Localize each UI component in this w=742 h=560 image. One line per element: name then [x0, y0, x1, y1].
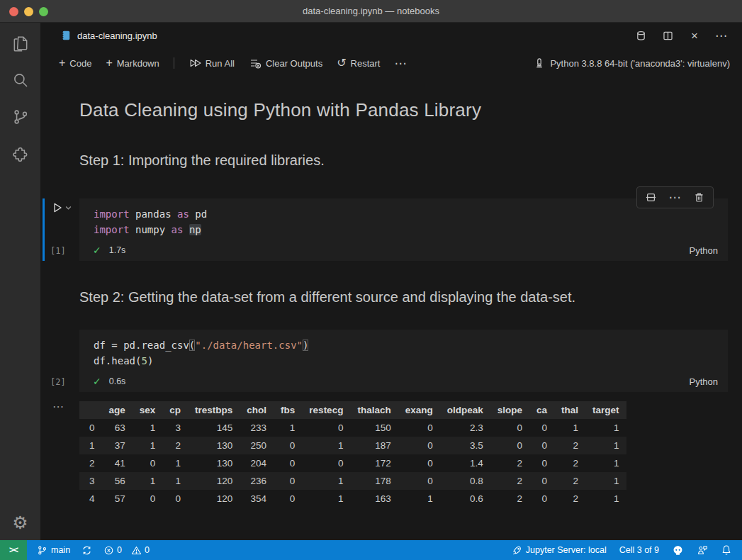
table-cell: 236: [240, 472, 274, 490]
plus-icon: +: [59, 57, 65, 69]
tab-data-cleaning[interactable]: data-cleaning.ipynb: [60, 30, 157, 41]
table-cell: 0: [133, 490, 163, 508]
titlebar: data-cleaning.ipynb — notebooks: [0, 0, 742, 23]
table-cell: 0: [162, 490, 188, 508]
table-cell: 0: [274, 454, 302, 472]
table-cell: 0: [529, 419, 554, 437]
code-editor[interactable]: df = pd.read_csv("./data/heart.csv")df.h…: [79, 330, 728, 371]
markdown-step1: Step 1: Importing the required libraries…: [79, 152, 728, 169]
toolbar-more-actions-icon[interactable]: ⋯: [388, 55, 412, 72]
cell-status-bar: ✓ 0.6s Python: [79, 371, 728, 392]
close-tab-icon[interactable]: ×: [688, 29, 701, 42]
table-cell: 1: [554, 419, 585, 437]
table-cell: 1.4: [440, 454, 490, 472]
table-cell: 2: [554, 490, 585, 508]
markdown-title: Data Cleaning using Python with Pandas L…: [79, 99, 728, 121]
table-cell: 4: [79, 490, 102, 508]
kernel-picker[interactable]: Python 3.8.8 64-bit ('anaconda3': virtua…: [534, 57, 730, 69]
sync-icon: [81, 545, 92, 556]
feedback-icon[interactable]: [697, 544, 708, 556]
table-row: 356111202360117800.82021: [79, 472, 626, 490]
jupyter-server-item[interactable]: Jupyter Server: local: [512, 545, 607, 556]
problems-item[interactable]: 0 0: [103, 545, 150, 556]
sync-button[interactable]: [81, 545, 92, 556]
table-cell: 63: [102, 419, 133, 437]
activity-bar: ⚙: [0, 23, 40, 540]
vscode-window: data-cleaning.ipynb — notebooks: [0, 0, 742, 560]
table-cell: 145: [188, 419, 240, 437]
table-cell: 0: [398, 437, 440, 454]
code-line[interactable]: df.head(5): [94, 353, 728, 369]
cell-toolbar: ⋯: [636, 186, 714, 208]
restart-label: Restart: [351, 58, 381, 69]
table-header-cell: exang: [398, 401, 440, 419]
close-window-button[interactable]: [9, 7, 18, 16]
warning-icon: [131, 545, 142, 556]
split-cell-icon[interactable]: [645, 191, 657, 203]
notebook-icon: [60, 30, 72, 41]
table-cell: 1: [274, 419, 302, 437]
notifications-bell-icon[interactable]: [721, 544, 732, 556]
chevron-down-icon: [65, 205, 72, 211]
restart-icon: ↺: [337, 57, 346, 69]
table-cell: 2: [490, 472, 529, 490]
source-control-icon[interactable]: [11, 108, 30, 126]
git-branch-item[interactable]: main: [37, 545, 70, 556]
table-cell: 0: [490, 437, 529, 454]
table-cell: 0.8: [440, 472, 490, 490]
code-line[interactable]: df = pd.read_csv("./data/heart.csv"): [94, 337, 728, 353]
variables-view-icon[interactable]: [634, 29, 647, 42]
table-cell: 204: [240, 454, 274, 472]
settings-gear-icon[interactable]: ⚙: [11, 513, 30, 532]
error-count: 0: [117, 545, 122, 555]
table-cell: 354: [240, 490, 274, 508]
cell-language[interactable]: Python: [690, 245, 718, 256]
code-line[interactable]: import pandas as pd: [94, 206, 728, 222]
cell-position-indicator[interactable]: Cell 3 of 9: [619, 545, 659, 555]
add-markdown-cell-button[interactable]: + Markdown: [100, 55, 164, 72]
table-cell: 2: [554, 454, 585, 472]
search-icon[interactable]: [11, 71, 30, 89]
add-code-label: Code: [69, 58, 91, 69]
restart-button[interactable]: ↺ Restart: [331, 55, 386, 72]
clear-outputs-button[interactable]: Clear Outputs: [243, 54, 328, 72]
table-cell: 0: [302, 454, 350, 472]
table-cell: 0: [274, 490, 302, 508]
notebook-toolbar: + Code + Markdown Run All: [40, 48, 742, 78]
cell-output: ⋯ agesexcptrestbpscholfbsrestecgthalache…: [40, 401, 728, 508]
code-token: ): [303, 340, 308, 351]
cell-editor: import pandas as pdimport numpy as np ✓ …: [79, 198, 728, 261]
code-token: "./data/heart.csv": [195, 340, 303, 351]
table-cell: 1: [585, 454, 626, 472]
table-cell: 0.6: [440, 490, 490, 508]
copilot-status-icon[interactable]: [672, 544, 684, 556]
table-cell: 0: [274, 437, 302, 454]
table-cell: 120: [188, 472, 240, 490]
remote-indicator[interactable]: ><: [0, 540, 27, 560]
minimize-window-button[interactable]: [24, 7, 33, 16]
table-cell: 2: [554, 437, 585, 454]
editor-more-actions-icon[interactable]: ⋯: [715, 29, 728, 42]
table-cell: 3: [162, 419, 188, 437]
run-all-button[interactable]: Run All: [183, 54, 240, 72]
explorer-icon[interactable]: [11, 34, 30, 52]
extensions-icon[interactable]: [11, 145, 30, 163]
table-cell: 2: [162, 437, 188, 454]
table-cell: 0: [79, 419, 102, 437]
table-header-cell: cp: [162, 401, 188, 419]
code-line[interactable]: import numpy as np: [94, 222, 728, 237]
code-editor[interactable]: import pandas as pdimport numpy as np: [79, 198, 728, 240]
run-cell-button[interactable]: [51, 201, 72, 214]
dataframe-table: agesexcptrestbpscholfbsrestecgthalachexa…: [79, 401, 626, 508]
table-cell: 2: [554, 472, 585, 490]
code-cell-1: ⋯: [40, 198, 728, 261]
cell-duration: 0.6s: [109, 376, 126, 386]
delete-cell-icon[interactable]: [693, 191, 705, 203]
cell-more-actions-icon[interactable]: ⋯: [669, 191, 681, 203]
cell-language[interactable]: Python: [690, 376, 718, 387]
table-cell: 172: [350, 454, 398, 472]
output-more-actions-icon[interactable]: ⋯: [52, 400, 64, 413]
split-editor-icon[interactable]: [661, 29, 674, 42]
zoom-window-button[interactable]: [39, 7, 48, 16]
add-code-cell-button[interactable]: + Code: [53, 55, 97, 72]
